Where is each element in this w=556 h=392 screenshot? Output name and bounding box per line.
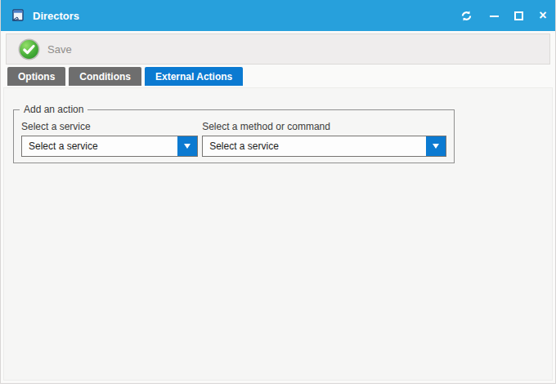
method-field: Select a method or command Select a serv… [202,121,446,157]
chevron-down-icon [433,144,439,149]
service-dropdown[interactable]: Select a service [21,136,198,157]
tab-conditions[interactable]: Conditions [69,67,141,86]
tab-options[interactable]: Options [7,67,65,86]
save-label: Save [47,43,72,56]
maximize-button[interactable] [506,0,531,31]
action-fields: Select a service Select a service Select… [21,121,446,157]
save-button[interactable]: Save [16,37,80,62]
tab-content-external-actions: Add an action Select a service Select a … [3,87,553,381]
directors-window: Directors × [0,0,556,384]
minimize-icon [490,16,499,17]
window-controls: × [454,0,555,31]
minimize-button[interactable] [482,0,506,31]
service-field: Select a service Select a service [21,121,198,157]
window-title: Directors [33,10,79,22]
method-dropdown-value: Select a service [203,136,426,156]
refresh-icon[interactable] [454,0,478,31]
toolbar: Save [6,33,550,65]
chevron-down-icon [184,144,191,149]
form-icon [10,7,26,24]
method-label: Select a method or command [202,121,446,132]
close-button[interactable]: × [531,0,555,31]
save-check-icon [18,38,40,60]
maximize-icon [514,11,523,20]
groupbox-title: Add an action [20,104,87,115]
tab-strip: Options Conditions External Actions [7,67,243,86]
add-action-groupbox: Add an action Select a service Select a … [13,109,455,163]
close-icon: × [539,9,546,22]
tab-external-actions[interactable]: External Actions [145,67,243,86]
titlebar: Directors × [1,0,555,31]
method-dropdown[interactable]: Select a service [202,136,446,157]
service-label: Select a service [21,121,198,132]
service-dropdown-value: Select a service [22,136,177,156]
service-dropdown-button[interactable] [177,136,197,156]
method-dropdown-button[interactable] [426,136,446,156]
